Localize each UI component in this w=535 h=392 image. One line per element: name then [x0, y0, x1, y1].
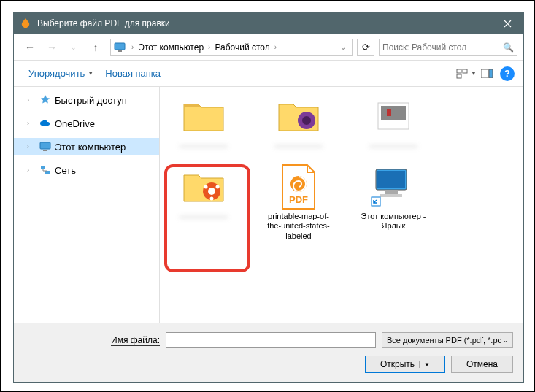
tree-item-quick-access[interactable]: › Быстрый доступ [14, 91, 159, 109]
main-area: › Быстрый доступ › OneDrive › Э [14, 87, 523, 323]
file-label: printable-map-of-the-united-states-label… [262, 212, 335, 241]
toolbar: Упорядочить▼ Новая папка ▼ ? [14, 61, 523, 87]
file-label: —————— [180, 141, 228, 150]
caret-down-icon: ▼ [88, 70, 93, 77]
tree-label: Быстрый доступ [55, 95, 127, 106]
folder-item[interactable]: —————— [262, 94, 335, 150]
tree-item-onedrive[interactable]: › OneDrive [14, 115, 159, 132]
app-icon [20, 18, 31, 29]
breadcrumb-item[interactable]: Этот компьютер [136, 42, 205, 53]
svg-rect-14 [381, 106, 406, 120]
bottom-panel: Имя файла: Все документы PDF (*.pdf, *.p… [14, 323, 523, 382]
help-button[interactable]: ? [500, 66, 515, 81]
folder-item[interactable]: —————— [167, 165, 240, 241]
open-button[interactable]: Открыть ▼ [365, 356, 445, 373]
filename-label: Имя файла: [24, 335, 160, 345]
svg-rect-4 [457, 74, 461, 78]
svg-rect-5 [481, 69, 488, 78]
caret-down-icon: ▼ [419, 361, 430, 368]
pc-icon [114, 42, 126, 53]
forward-button[interactable]: → [42, 37, 62, 58]
svg-rect-6 [489, 69, 493, 78]
svg-rect-2 [457, 69, 461, 73]
tree-label: OneDrive [55, 118, 95, 129]
tree-item-network[interactable]: › Сеть [14, 161, 159, 179]
navigation-bar: ← → ⌄ ↑ › Этот компьютер › Рабочий стол … [14, 34, 523, 61]
expand-icon[interactable]: › [27, 166, 36, 174]
svg-point-20 [210, 197, 214, 201]
star-icon [39, 93, 52, 107]
folder-item[interactable]: —————— [167, 94, 240, 150]
svg-point-17 [208, 188, 215, 195]
file-list[interactable]: —————— —————— —————— —————— [160, 87, 523, 323]
svg-rect-24 [377, 171, 405, 188]
organize-button[interactable]: Упорядочить▼ [23, 65, 99, 82]
cancel-button[interactable]: Отмена [451, 356, 513, 373]
svg-rect-15 [387, 109, 391, 116]
file-label: Этот компьютер - Ярлык [357, 212, 430, 231]
svg-text:PDF: PDF [289, 194, 308, 205]
tree-label: Сеть [55, 165, 76, 176]
filename-input[interactable] [166, 332, 376, 348]
svg-rect-8 [43, 150, 47, 151]
address-dropdown-icon[interactable]: ⌄ [340, 43, 346, 51]
pc-shortcut-icon [367, 165, 420, 209]
search-input[interactable] [382, 42, 500, 53]
address-bar[interactable]: › Этот компьютер › Рабочий стол › ⌄ [110, 39, 353, 56]
new-folder-button[interactable]: Новая папка [99, 65, 166, 82]
pdf-icon: PDF [272, 165, 325, 209]
refresh-button[interactable]: ⟳ [357, 39, 374, 56]
pc-icon [39, 140, 52, 153]
expand-icon[interactable]: › [27, 96, 36, 104]
window-title: Выберите файл PDF для правки [37, 18, 491, 28]
file-label: —————— [369, 141, 417, 150]
svg-point-18 [216, 185, 220, 189]
view-options-button[interactable]: ▼ [456, 65, 477, 82]
folder-icon [177, 94, 230, 138]
svg-rect-10 [45, 171, 50, 174]
network-icon [39, 164, 52, 177]
close-button[interactable] [491, 12, 523, 34]
svg-rect-7 [40, 142, 50, 149]
titlebar: Выберите файл PDF для правки [14, 12, 523, 34]
tree-item-this-pc[interactable]: › Этот компьютер [14, 138, 159, 155]
svg-rect-0 [115, 43, 125, 50]
folder-item[interactable]: —————— [357, 94, 430, 150]
file-label: —————— [274, 141, 323, 150]
chevron-right-icon: › [131, 43, 134, 51]
file-type-filter[interactable]: Все документы PDF (*.pdf, *.pc ⌄ [382, 332, 513, 348]
svg-point-19 [204, 185, 208, 189]
preview-pane-button[interactable] [477, 65, 497, 82]
folder-icon [177, 165, 230, 209]
recent-dropdown[interactable]: ⌄ [63, 37, 84, 58]
breadcrumb-item[interactable]: Рабочий стол [213, 42, 271, 53]
svg-rect-25 [385, 191, 398, 194]
expand-icon[interactable]: › [27, 143, 36, 150]
folder-icon [272, 94, 325, 138]
search-icon: 🔍 [503, 42, 514, 53]
folder-icon [367, 94, 420, 138]
chevron-right-icon: › [208, 43, 210, 51]
cloud-icon [39, 117, 52, 130]
file-open-dialog: Выберите файл PDF для правки ← → ⌄ ↑ › Э… [13, 12, 524, 383]
back-button[interactable]: ← [20, 37, 40, 58]
caret-down-icon: ⌄ [503, 337, 508, 344]
shortcut-item[interactable]: Этот компьютер - Ярлык [357, 165, 430, 241]
up-button[interactable]: ↑ [85, 37, 106, 58]
svg-rect-26 [380, 194, 402, 197]
svg-rect-9 [41, 166, 45, 169]
search-box[interactable]: 🔍 [379, 39, 517, 56]
svg-rect-3 [463, 69, 467, 73]
file-label: —————— [180, 212, 228, 221]
navigation-tree: › Быстрый доступ › OneDrive › Э [14, 87, 160, 323]
svg-rect-1 [118, 50, 122, 52]
expand-icon[interactable]: › [27, 120, 36, 127]
chevron-right-icon: › [274, 43, 277, 51]
tree-label: Этот компьютер [55, 142, 126, 153]
svg-point-12 [302, 116, 311, 125]
pdf-file-item[interactable]: PDF printable-map-of-the-united-states-l… [262, 165, 335, 241]
